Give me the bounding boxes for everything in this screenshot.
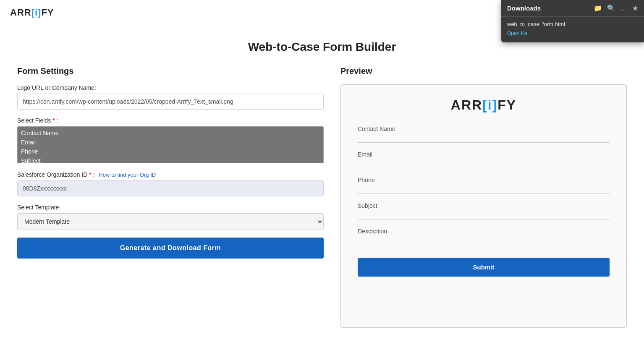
org-id-label: Salesforce Organization ID * : How to fi…	[17, 171, 324, 178]
preview-inner: ARR[i]FY Contact Name Email Phone	[341, 85, 626, 293]
template-label: Select Template:	[17, 204, 324, 211]
preview-field-label-contact-name: Contact Name	[358, 125, 610, 132]
form-settings-title: Form Settings	[17, 66, 324, 76]
search-icon[interactable]: 🔍	[607, 4, 615, 12]
preview-title: Preview	[340, 66, 627, 76]
select-fields-label: Select Fields * :	[17, 117, 324, 124]
brand-logo[interactable]: ARR[i]FY	[10, 7, 54, 18]
preview-panel: Preview ARR[i]FY Contact Name Email	[340, 66, 627, 328]
preview-logo-bracket: [i]	[482, 97, 497, 112]
field-option-phone: Phone	[18, 147, 323, 156]
field-line-email	[358, 168, 610, 168]
required-star: * :	[52, 117, 58, 124]
download-filename: web_to_case_form.html	[507, 21, 638, 27]
form-settings-panel: Form Settings Logo URL or Company Name: …	[17, 66, 324, 328]
preview-field-label-email: Email	[358, 151, 610, 158]
logo-label: Logo URL or Company Name:	[17, 84, 324, 91]
brand-bracket: [i]	[31, 7, 42, 18]
preview-field-phone: Phone	[358, 177, 610, 194]
field-option-subject: Subject	[18, 156, 323, 163]
org-id-input[interactable]	[17, 180, 324, 196]
org-id-help-link[interactable]: How to find your Org ID	[99, 172, 156, 178]
field-line-phone	[358, 193, 610, 194]
fields-multiselect[interactable]: Contact Name Email Phone Subject Descrip…	[17, 126, 324, 163]
open-file-link[interactable]: Open file	[507, 30, 527, 36]
preview-field-label-description: Description	[358, 228, 610, 235]
downloads-title: Downloads	[507, 5, 541, 12]
main-layout: Form Settings Logo URL or Company Name: …	[7, 66, 637, 328]
template-select[interactable]: Modern Template Classic Template Minimal…	[17, 213, 324, 230]
preview-field-description: Description	[358, 228, 610, 245]
downloads-toolbar: 📁 🔍 … ★	[594, 4, 638, 12]
field-option-contact-name: Contact Name	[18, 128, 323, 138]
field-line-description	[358, 245, 610, 245]
preview-field-label-phone: Phone	[358, 177, 610, 183]
preview-field-label-subject: Subject	[358, 202, 610, 209]
brand-name-part1: ARR	[10, 7, 31, 18]
field-line-subject	[358, 219, 610, 220]
org-required-star: * :	[89, 171, 96, 178]
preview-field-email: Email	[358, 151, 610, 168]
preview-logo-part2: FY	[497, 97, 516, 112]
field-option-email: Email	[18, 138, 323, 147]
preview-frame: ARR[i]FY Contact Name Email Phone	[340, 84, 627, 328]
preview-field-subject: Subject	[358, 202, 610, 220]
star-icon[interactable]: ★	[632, 4, 638, 12]
preview-logo: ARR[i]FY	[451, 97, 516, 113]
preview-field-contact-name: Contact Name	[358, 125, 610, 143]
preview-submit-button[interactable]: Submit	[358, 258, 610, 277]
downloads-popup: Downloads 📁 🔍 … ★ web_to_case_form.html …	[501, 0, 644, 42]
preview-logo-row: ARR[i]FY	[358, 97, 610, 113]
preview-form: Contact Name Email Phone Subject	[358, 125, 610, 277]
brand-name-part2: FY	[41, 7, 54, 18]
logo-input[interactable]	[17, 94, 324, 110]
preview-logo-part1: ARR	[451, 97, 482, 112]
folder-icon[interactable]: 📁	[594, 4, 602, 12]
more-icon[interactable]: …	[620, 5, 627, 12]
generate-button[interactable]: Generate and Download Form	[17, 238, 324, 259]
field-line-contact-name	[358, 142, 610, 143]
